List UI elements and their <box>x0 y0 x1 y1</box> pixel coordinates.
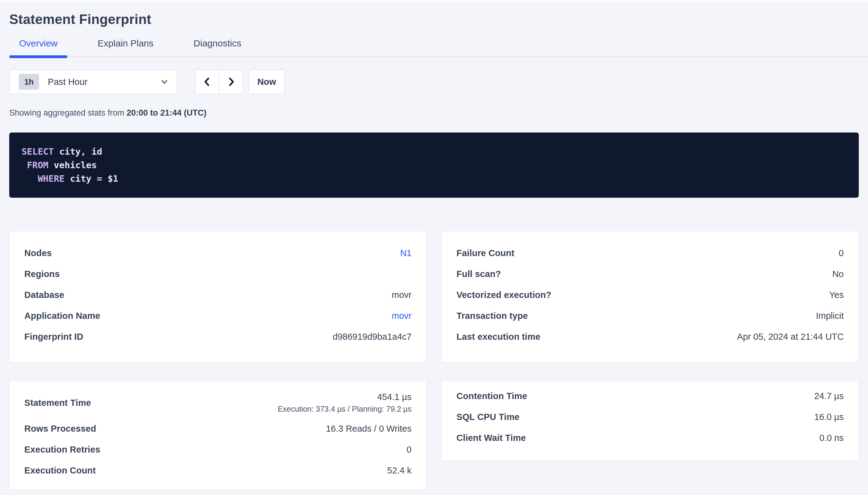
aggregation-note-range: 20:00 to 21:44 (UTC) <box>127 108 207 117</box>
now-button[interactable]: Now <box>249 69 285 94</box>
table-row: Fingerprint IDd986919d9ba1a4c7 <box>24 326 411 347</box>
row-value-group: 52.4 k <box>387 465 411 476</box>
row-value: 0 <box>839 248 844 258</box>
tab-explain-plans[interactable]: Explain Plans <box>88 38 163 56</box>
execution-attributes-card: Failure Count0Full scan?NoVectorized exe… <box>441 231 859 362</box>
time-controls: 1h Past Hour Now <box>9 69 859 94</box>
row-value: 24.7 µs <box>814 391 844 401</box>
row-label: Full scan? <box>457 269 501 279</box>
row-subvalue: Execution: 373.4 µs / Planning: 79.2 µs <box>278 405 411 413</box>
row-value: Yes <box>829 290 844 300</box>
table-row: Execution Retries0 <box>24 439 411 460</box>
tab-diagnostics[interactable]: Diagnostics <box>184 38 251 56</box>
tab-overview-label: Overview <box>19 38 58 48</box>
row-value-group: N1 <box>400 248 411 258</box>
chevron-down-icon <box>160 77 169 86</box>
aggregation-note: Showing aggregated stats from 20:00 to 2… <box>9 108 868 118</box>
previous-window-button[interactable] <box>195 70 219 94</box>
table-row: SQL CPU Time16.0 µs <box>457 407 844 427</box>
row-label: Nodes <box>24 248 52 258</box>
row-value: Apr 05, 2024 at 21:44 UTC <box>737 332 844 342</box>
time-range-dropdown[interactable]: 1h Past Hour <box>9 69 177 94</box>
row-label: Last execution time <box>457 332 540 342</box>
page-title: Statement Fingerprint <box>9 12 868 27</box>
aggregation-note-prefix: Showing aggregated stats from <box>9 108 127 117</box>
row-value-group: 16.3 Reads / 0 Writes <box>326 424 411 434</box>
table-row: Execution Count52.4 k <box>24 460 411 481</box>
summary-cards: NodesN1RegionsDatabasemovrApplication Na… <box>9 231 859 490</box>
row-label: Execution Count <box>24 465 96 476</box>
row-label: SQL CPU Time <box>457 412 520 422</box>
row-label: Fingerprint ID <box>24 332 83 342</box>
time-window-pager <box>195 69 243 94</box>
table-row: Rows Processed16.3 Reads / 0 Writes <box>24 418 411 439</box>
row-value: 16.0 µs <box>814 412 844 422</box>
row-value: 52.4 k <box>387 465 411 476</box>
row-value-group: d986919d9ba1a4c7 <box>333 332 411 342</box>
row-value-link[interactable]: movr <box>392 311 411 321</box>
row-label: Rows Processed <box>24 424 96 434</box>
row-value: 0 <box>407 445 411 455</box>
row-label: Vectorized execution? <box>457 290 551 300</box>
row-value-group: 0.0 ns <box>819 433 844 443</box>
chevron-left-icon <box>202 76 212 87</box>
chevron-right-icon <box>226 76 236 87</box>
active-tab-underline <box>9 55 67 58</box>
row-value: 16.3 Reads / 0 Writes <box>326 424 411 434</box>
table-row: Last execution timeApr 05, 2024 at 21:44… <box>457 326 844 347</box>
row-value-group: 0 <box>839 248 844 258</box>
row-label: Regions <box>24 269 60 279</box>
row-label: Statement Time <box>24 398 91 408</box>
time-range-label: Past Hour <box>48 77 160 87</box>
statement-stats-card: Statement Time454.1 µsExecution: 373.4 µ… <box>9 381 427 490</box>
row-value: No <box>832 269 844 279</box>
table-row: Failure Count0 <box>457 243 844 263</box>
row-value-group: movr <box>392 290 411 300</box>
row-label: Failure Count <box>457 248 514 258</box>
table-row: Application Namemovr <box>24 305 411 326</box>
row-value-group: Apr 05, 2024 at 21:44 UTC <box>737 332 844 342</box>
table-row: Regions <box>24 263 411 285</box>
next-window-button[interactable] <box>219 70 243 94</box>
statement-fingerprint-page: Statement Fingerprint Overview Explain P… <box>0 12 868 490</box>
row-value-group: 24.7 µs <box>814 391 844 401</box>
tab-explain-plans-label: Explain Plans <box>98 38 153 48</box>
row-value-group: No <box>832 269 844 279</box>
table-row: Client Wait Time0.0 ns <box>457 427 844 448</box>
tab-bar: Overview Explain Plans Diagnostics <box>9 38 868 57</box>
row-value-link[interactable]: N1 <box>400 248 411 258</box>
statement-details-card: NodesN1RegionsDatabasemovrApplication Na… <box>9 231 427 362</box>
row-value-group: Yes <box>829 290 844 300</box>
row-label: Database <box>24 290 64 300</box>
table-row: Contention Time24.7 µs <box>457 386 844 407</box>
row-value-group: 454.1 µsExecution: 373.4 µs / Planning: … <box>278 392 411 413</box>
table-row: Databasemovr <box>24 285 411 305</box>
wait-time-stats-card: Contention Time24.7 µsSQL CPU Time16.0 µ… <box>441 381 859 461</box>
top-edge-strip <box>0 0 868 2</box>
row-value-group: 16.0 µs <box>814 412 844 422</box>
row-value-group: Implicit <box>816 311 844 321</box>
row-label: Application Name <box>24 311 100 321</box>
time-range-badge: 1h <box>19 74 39 90</box>
tab-overview[interactable]: Overview <box>9 38 67 56</box>
row-value-group: 0 <box>407 445 411 455</box>
table-row: Full scan?No <box>457 263 844 285</box>
row-label: Client Wait Time <box>457 433 526 443</box>
table-row: Vectorized execution?Yes <box>457 285 844 305</box>
table-row: Transaction typeImplicit <box>457 305 844 326</box>
table-row: NodesN1 <box>24 243 411 263</box>
row-value: movr <box>392 290 411 300</box>
row-label: Execution Retries <box>24 445 100 455</box>
sql-statement-box: SELECT city, id FROM vehicles WHERE city… <box>9 133 859 198</box>
row-label: Transaction type <box>457 311 528 321</box>
row-value: d986919d9ba1a4c7 <box>333 332 411 342</box>
tab-diagnostics-label: Diagnostics <box>194 38 241 48</box>
table-row: Statement Time454.1 µsExecution: 373.4 µ… <box>24 387 411 418</box>
row-value: Implicit <box>816 311 844 321</box>
row-label: Contention Time <box>457 391 527 401</box>
row-value: 454.1 µs <box>278 392 411 402</box>
row-value-group: movr <box>392 311 411 321</box>
sql-statement-text: SELECT city, id FROM vehicles WHERE city… <box>21 145 847 185</box>
row-value: 0.0 ns <box>819 433 844 443</box>
